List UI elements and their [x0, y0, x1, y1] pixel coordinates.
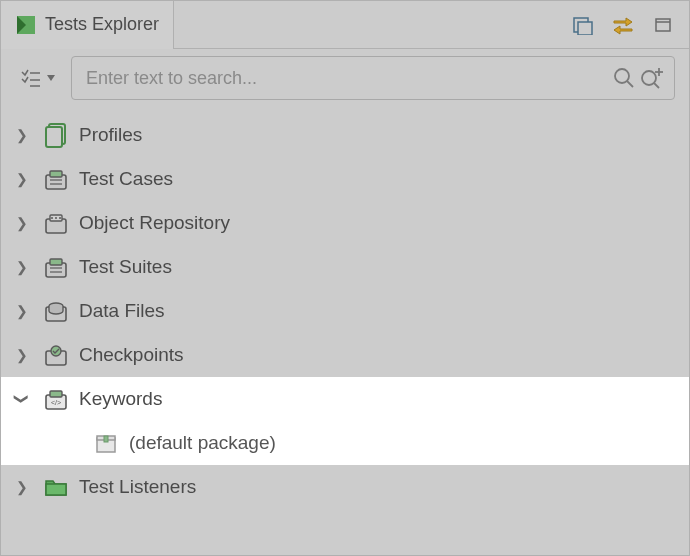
chevron-down-icon: ❯ — [14, 388, 30, 410]
tree-label: Test Suites — [79, 256, 172, 278]
svg-rect-36 — [50, 391, 62, 397]
svg-rect-17 — [46, 127, 62, 147]
tree-label: Object Repository — [79, 212, 230, 234]
tree-node-test-suites[interactable]: ❯ Test Suites — [1, 245, 689, 289]
svg-point-34 — [51, 346, 61, 356]
tree-node-data-files[interactable]: ❯ Data Files — [1, 289, 689, 333]
titlebar: Tests Explorer — [1, 1, 689, 49]
tree-node-test-cases[interactable]: ❯ Test Cases — [1, 157, 689, 201]
svg-line-13 — [654, 83, 659, 88]
tree-label: Keywords — [79, 388, 162, 410]
tree-node-profiles[interactable]: ❯ Profiles — [1, 113, 689, 157]
tree-node-keywords[interactable]: ❯ </> Keywords — [1, 377, 689, 421]
svg-point-10 — [615, 69, 629, 83]
tree-node-test-listeners[interactable]: ❯ Test Listeners — [1, 465, 689, 509]
explorer-icon — [15, 14, 37, 36]
tree-label: Checkpoints — [79, 344, 184, 366]
object-repository-icon — [41, 208, 71, 238]
tests-explorer-panel: Tests Explorer — [0, 0, 690, 556]
svg-line-11 — [627, 81, 633, 87]
toolbar — [1, 49, 689, 107]
sync-icon[interactable] — [611, 13, 635, 37]
chevron-right-icon: ❯ — [11, 215, 33, 231]
minimize-layout-icon[interactable] — [571, 13, 595, 37]
search-icon[interactable] — [610, 64, 638, 92]
tree: ❯ Profiles ❯ Test Cases ❯ Object Reposit… — [1, 107, 689, 515]
svg-text:</>: </> — [51, 399, 61, 406]
svg-rect-19 — [50, 171, 62, 177]
chevron-right-icon: ❯ — [11, 303, 33, 319]
svg-point-24 — [51, 217, 53, 219]
svg-rect-41 — [46, 484, 66, 495]
svg-rect-28 — [50, 259, 62, 265]
chevron-right-icon: ❯ — [11, 127, 33, 143]
test-cases-icon — [41, 164, 71, 194]
minimize-icon[interactable] — [651, 13, 675, 37]
chevron-right-icon: ❯ — [11, 347, 33, 363]
tree-node-checkpoints[interactable]: ❯ Checkpoints — [1, 333, 689, 377]
profiles-icon — [41, 120, 71, 150]
test-suites-icon — [41, 252, 71, 282]
svg-point-26 — [59, 217, 61, 219]
data-files-icon — [41, 296, 71, 326]
tree-label: Profiles — [79, 124, 142, 146]
tree-label: Data Files — [79, 300, 165, 322]
title-actions — [571, 13, 689, 37]
keywords-icon: </> — [41, 384, 71, 414]
dropdown-caret-icon — [46, 73, 56, 83]
tree-label: Test Listeners — [79, 476, 196, 498]
chevron-right-icon: ❯ — [11, 479, 33, 495]
chevron-right-icon: ❯ — [11, 259, 33, 275]
tree-node-object-repository[interactable]: ❯ Object Repository — [1, 201, 689, 245]
panel-title: Tests Explorer — [45, 14, 159, 35]
search-input[interactable] — [86, 68, 610, 89]
search-add-icon[interactable] — [638, 64, 666, 92]
svg-rect-3 — [578, 22, 592, 35]
chevron-right-icon: ❯ — [11, 171, 33, 187]
search-box[interactable] — [71, 56, 675, 100]
filter-dropdown[interactable] — [15, 59, 61, 97]
title-tab[interactable]: Tests Explorer — [1, 1, 174, 49]
tree-label: (default package) — [129, 432, 276, 454]
package-icon — [91, 428, 121, 458]
folder-icon — [41, 472, 71, 502]
checkpoints-icon — [41, 340, 71, 370]
svg-marker-9 — [47, 75, 55, 81]
svg-rect-4 — [656, 19, 670, 31]
svg-point-12 — [642, 71, 656, 85]
svg-point-25 — [55, 217, 57, 219]
checklist-icon — [20, 67, 42, 89]
tree-node-default-package[interactable]: (default package) — [1, 421, 689, 465]
tree-label: Test Cases — [79, 168, 173, 190]
svg-rect-40 — [104, 436, 108, 442]
